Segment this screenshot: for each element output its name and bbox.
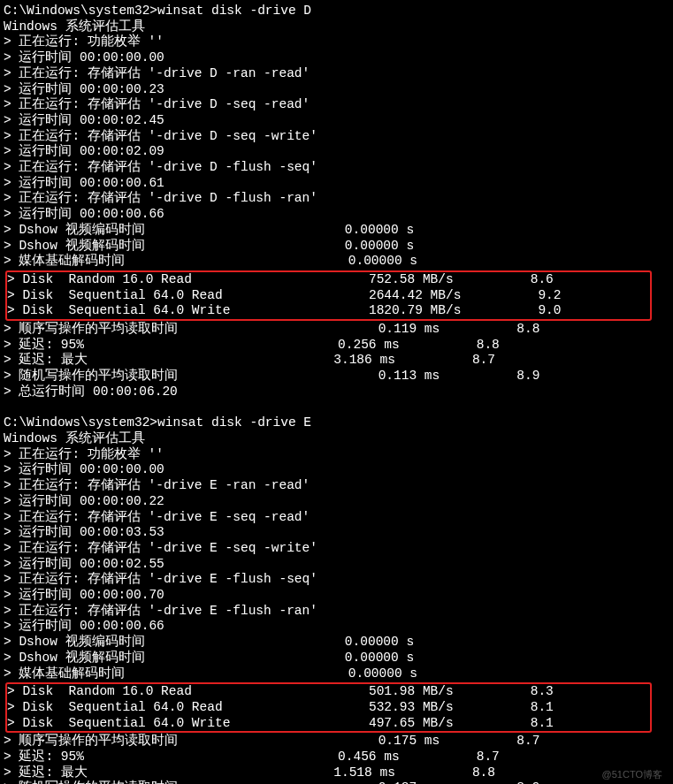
- highlight-box-drive-d: > Disk Random 16.0 Read 752.58 MB/s 8.6 …: [5, 270, 652, 321]
- watermark: @51CTO博客: [602, 767, 662, 783]
- output-line: > 媒体基础解码时间 0.00000 s: [4, 666, 669, 682]
- output-line: > 正在运行: 存储评估 '-drive E -ran -read': [4, 478, 669, 494]
- output-line: > 随机写操作的平均读取时间 0.113 ms 8.9: [4, 369, 669, 384]
- output-line: > 正在运行: 存储评估 '-drive D -flush -seq': [4, 160, 669, 176]
- output-line: > 随机写操作的平均读取时间 0.187 ms 8.9: [4, 780, 669, 784]
- output-line: > 延迟: 最大 3.186 ms 8.7: [4, 353, 669, 369]
- output-line: > 正在运行: 功能枚举 '': [4, 447, 669, 463]
- prompt-line: C:\Windows\system32>winsat disk -drive D: [4, 4, 669, 19]
- output-line: > Dshow 视频解码时间 0.00000 s: [4, 651, 669, 666]
- output-line: > 运行时间 00:00:02.09: [4, 144, 669, 160]
- output-line: > 运行时间 00:00:00.70: [4, 588, 669, 604]
- tool-name: Windows 系统评估工具: [4, 431, 669, 447]
- disk-result-line: > Disk Sequential 64.0 Write 497.65 MB/s…: [7, 716, 650, 732]
- output-line: > Dshow 视频解码时间 0.00000 s: [4, 239, 669, 255]
- disk-result-line: > Disk Random 16.0 Read 501.98 MB/s 8.3: [7, 684, 650, 700]
- output-line: > 运行时间 00:00:00.66: [4, 207, 669, 223]
- highlight-box-drive-e: > Disk Random 16.0 Read 501.98 MB/s 8.3 …: [5, 682, 652, 733]
- output-line: > 正在运行: 存储评估 '-drive E -seq -read': [4, 510, 669, 526]
- output-line: > 正在运行: 存储评估 '-drive E -flush -ran': [4, 604, 669, 620]
- output-line: > 延迟: 最大 1.518 ms 8.8: [4, 765, 669, 781]
- output-line: > Dshow 视频编码时间 0.00000 s: [4, 635, 669, 651]
- output-line: > Dshow 视频编码时间 0.00000 s: [4, 223, 669, 239]
- output-line: > 运行时间 00:00:02.55: [4, 557, 669, 573]
- output-line: > 运行时间 00:00:03.53: [4, 525, 669, 541]
- output-line: > 延迟: 95% 0.456 ms 8.7: [4, 750, 669, 765]
- terminal-output: C:\Windows\system32>winsat disk -drive D…: [4, 4, 669, 784]
- tool-name: Windows 系统评估工具: [4, 19, 669, 35]
- output-line: > 运行时间 00:00:00.00: [4, 462, 669, 478]
- output-line: > 运行时间 00:00:02.45: [4, 113, 669, 129]
- output-line: > 运行时间 00:00:00.23: [4, 82, 669, 98]
- output-line: > 顺序写操作的平均读取时间 0.175 ms 8.7: [4, 734, 669, 750]
- disk-result-line: > Disk Sequential 64.0 Read 2644.42 MB/s…: [7, 288, 650, 304]
- output-line: > 正在运行: 存储评估 '-drive E -flush -seq': [4, 572, 669, 588]
- disk-result-line: > Disk Random 16.0 Read 752.58 MB/s 8.6: [7, 272, 650, 288]
- prompt-line: C:\Windows\system32>winsat disk -drive E: [4, 415, 669, 431]
- output-line: > 延迟: 95% 0.256 ms 8.8: [4, 338, 669, 354]
- output-line: > 运行时间 00:00:00.61: [4, 176, 669, 192]
- output-line: > 运行时间 00:00:00.22: [4, 494, 669, 510]
- output-line: > 运行时间 00:00:00.66: [4, 619, 669, 635]
- output-line: > 正在运行: 功能枚举 '': [4, 34, 669, 50]
- output-line: > 顺序写操作的平均读取时间 0.119 ms 8.8: [4, 322, 669, 338]
- disk-result-line: > Disk Sequential 64.0 Read 532.93 MB/s …: [7, 700, 650, 716]
- output-line: > 正在运行: 存储评估 '-drive E -seq -write': [4, 541, 669, 557]
- output-line: > 正在运行: 存储评估 '-drive D -flush -ran': [4, 191, 669, 207]
- output-line: > 正在运行: 存储评估 '-drive D -seq -write': [4, 129, 669, 145]
- disk-result-line: > Disk Sequential 64.0 Write 1820.79 MB/…: [7, 303, 650, 319]
- output-line: > 总运行时间 00:00:06.20: [4, 384, 669, 400]
- output-line: > 运行时间 00:00:00.00: [4, 50, 669, 66]
- output-line: > 正在运行: 存储评估 '-drive D -seq -read': [4, 97, 669, 113]
- output-line: > 正在运行: 存储评估 '-drive D -ran -read': [4, 66, 669, 82]
- output-line: > 媒体基础解码时间 0.00000 s: [4, 254, 669, 270]
- blank-line: [4, 400, 669, 416]
